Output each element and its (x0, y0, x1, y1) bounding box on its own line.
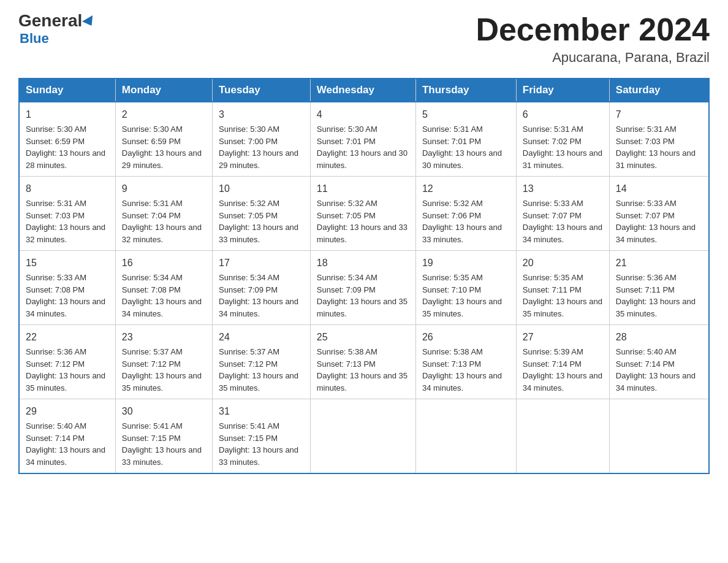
sunset-text: Sunset: 7:08 PM (26, 285, 85, 294)
sunset-text: Sunset: 7:08 PM (122, 285, 181, 294)
day-number: 16 (122, 256, 206, 270)
calendar-week-row: 1Sunrise: 5:30 AMSunset: 6:59 PMDaylight… (19, 102, 709, 177)
calendar-cell: 18Sunrise: 5:34 AMSunset: 7:09 PMDayligh… (310, 251, 415, 325)
calendar-cell: 23Sunrise: 5:37 AMSunset: 7:12 PMDayligh… (115, 325, 212, 399)
daylight-text: Daylight: 13 hours and 34 minutes. (523, 223, 602, 244)
sunset-text: Sunset: 7:14 PM (616, 359, 675, 369)
sunrise-text: Sunrise: 5:32 AM (317, 199, 377, 208)
sunset-text: Sunset: 7:12 PM (26, 359, 85, 369)
sunset-text: Sunset: 7:11 PM (523, 285, 582, 294)
daylight-text: Daylight: 13 hours and 30 minutes. (317, 148, 408, 170)
day-number: 30 (122, 404, 206, 419)
calendar-table: SundayMondayTuesdayWednesdayThursdayFrid… (18, 78, 710, 474)
sunset-text: Sunset: 7:09 PM (219, 285, 278, 294)
calendar-cell: 31Sunrise: 5:41 AMSunset: 7:15 PMDayligh… (213, 399, 311, 474)
sunrise-text: Sunrise: 5:38 AM (422, 347, 483, 356)
day-number: 27 (523, 330, 603, 345)
header-sunday: Sunday (19, 79, 115, 102)
calendar-cell: 19Sunrise: 5:35 AMSunset: 7:10 PMDayligh… (415, 251, 516, 325)
calendar-cell: 4Sunrise: 5:30 AMSunset: 7:01 PMDaylight… (310, 102, 415, 177)
day-number: 31 (219, 404, 304, 419)
daylight-text: Daylight: 13 hours and 31 minutes. (523, 148, 602, 170)
calendar-cell: 29Sunrise: 5:40 AMSunset: 7:14 PMDayligh… (19, 399, 115, 474)
daylight-text: Daylight: 13 hours and 34 minutes. (616, 371, 696, 393)
sunrise-text: Sunrise: 5:31 AM (422, 124, 483, 134)
logo-blue: Blue (20, 31, 49, 47)
day-number: 24 (219, 330, 304, 345)
day-number: 15 (26, 256, 109, 270)
title-block: December 2024 Apucarana, Parana, Brazil (476, 12, 710, 66)
calendar-cell: 8Sunrise: 5:31 AMSunset: 7:03 PMDaylight… (19, 177, 115, 251)
sunrise-text: Sunrise: 5:34 AM (219, 273, 279, 282)
day-number: 6 (523, 107, 603, 122)
logo: General Blue (18, 12, 96, 47)
day-number: 21 (616, 256, 702, 270)
daylight-text: Daylight: 13 hours and 34 minutes. (616, 223, 696, 244)
sunrise-text: Sunrise: 5:35 AM (523, 273, 583, 282)
daylight-text: Daylight: 13 hours and 31 minutes. (616, 148, 696, 170)
calendar-cell: 30Sunrise: 5:41 AMSunset: 7:15 PMDayligh… (115, 399, 212, 474)
daylight-text: Daylight: 13 hours and 33 minutes. (219, 445, 298, 467)
daylight-text: Daylight: 13 hours and 29 minutes. (122, 148, 202, 170)
calendar-cell: 28Sunrise: 5:40 AMSunset: 7:14 PMDayligh… (609, 325, 709, 399)
calendar-cell (609, 399, 709, 474)
calendar-week-row: 8Sunrise: 5:31 AMSunset: 7:03 PMDaylight… (19, 177, 709, 251)
daylight-text: Daylight: 13 hours and 35 minutes. (317, 371, 408, 393)
day-number: 17 (219, 256, 304, 270)
sunset-text: Sunset: 7:04 PM (122, 211, 181, 220)
sunset-text: Sunset: 7:05 PM (317, 211, 376, 220)
daylight-text: Daylight: 13 hours and 35 minutes. (616, 297, 696, 318)
header-wednesday: Wednesday (310, 79, 415, 102)
sunset-text: Sunset: 7:07 PM (523, 211, 582, 220)
daylight-text: Daylight: 13 hours and 29 minutes. (219, 148, 298, 170)
sunrise-text: Sunrise: 5:30 AM (317, 124, 377, 134)
sunrise-text: Sunrise: 5:32 AM (219, 199, 279, 208)
calendar-cell: 10Sunrise: 5:32 AMSunset: 7:05 PMDayligh… (213, 177, 311, 251)
sunset-text: Sunset: 7:12 PM (122, 359, 181, 369)
sunset-text: Sunset: 7:03 PM (616, 137, 675, 146)
day-number: 7 (616, 107, 702, 122)
calendar-cell: 21Sunrise: 5:36 AMSunset: 7:11 PMDayligh… (609, 251, 709, 325)
sunrise-text: Sunrise: 5:33 AM (523, 199, 583, 208)
logo-general: General (18, 12, 96, 29)
daylight-text: Daylight: 13 hours and 33 minutes. (422, 223, 502, 244)
calendar-header-row: SundayMondayTuesdayWednesdayThursdayFrid… (19, 79, 709, 102)
sunrise-text: Sunrise: 5:37 AM (219, 347, 279, 356)
calendar-cell: 13Sunrise: 5:33 AMSunset: 7:07 PMDayligh… (516, 177, 609, 251)
day-number: 11 (317, 182, 409, 196)
sunset-text: Sunset: 7:05 PM (219, 211, 278, 220)
sunset-text: Sunset: 6:59 PM (122, 137, 181, 146)
day-number: 5 (422, 107, 510, 122)
sunrise-text: Sunrise: 5:31 AM (122, 199, 183, 208)
sunrise-text: Sunrise: 5:40 AM (616, 347, 677, 356)
calendar-cell: 26Sunrise: 5:38 AMSunset: 7:13 PMDayligh… (415, 325, 516, 399)
daylight-text: Daylight: 13 hours and 34 minutes. (26, 445, 105, 467)
daylight-text: Daylight: 13 hours and 35 minutes. (219, 371, 298, 393)
sunset-text: Sunset: 7:03 PM (26, 211, 85, 220)
day-number: 12 (422, 182, 510, 196)
calendar-cell (310, 399, 415, 474)
calendar-cell: 7Sunrise: 5:31 AMSunset: 7:03 PMDaylight… (609, 102, 709, 177)
day-number: 28 (616, 330, 702, 345)
sunrise-text: Sunrise: 5:41 AM (122, 421, 183, 431)
logo-triangle-icon (82, 15, 97, 29)
daylight-text: Daylight: 13 hours and 33 minutes. (219, 223, 298, 244)
daylight-text: Daylight: 13 hours and 34 minutes. (26, 297, 105, 318)
calendar-cell: 20Sunrise: 5:35 AMSunset: 7:11 PMDayligh… (516, 251, 609, 325)
day-number: 13 (523, 182, 603, 196)
day-number: 3 (219, 107, 304, 122)
calendar-week-row: 29Sunrise: 5:40 AMSunset: 7:14 PMDayligh… (19, 399, 709, 474)
page-header: General Blue December 2024 Apucarana, Pa… (18, 12, 710, 66)
daylight-text: Daylight: 13 hours and 32 minutes. (26, 223, 105, 244)
sunrise-text: Sunrise: 5:36 AM (616, 273, 677, 282)
daylight-text: Daylight: 13 hours and 34 minutes. (122, 297, 202, 318)
sunrise-text: Sunrise: 5:30 AM (219, 124, 279, 134)
sunrise-text: Sunrise: 5:39 AM (523, 347, 583, 356)
calendar-week-row: 22Sunrise: 5:36 AMSunset: 7:12 PMDayligh… (19, 325, 709, 399)
calendar-cell: 27Sunrise: 5:39 AMSunset: 7:14 PMDayligh… (516, 325, 609, 399)
calendar-cell: 14Sunrise: 5:33 AMSunset: 7:07 PMDayligh… (609, 177, 709, 251)
calendar-cell: 6Sunrise: 5:31 AMSunset: 7:02 PMDaylight… (516, 102, 609, 177)
sunrise-text: Sunrise: 5:34 AM (317, 273, 377, 282)
calendar-cell (516, 399, 609, 474)
calendar-cell: 3Sunrise: 5:30 AMSunset: 7:00 PMDaylight… (213, 102, 311, 177)
